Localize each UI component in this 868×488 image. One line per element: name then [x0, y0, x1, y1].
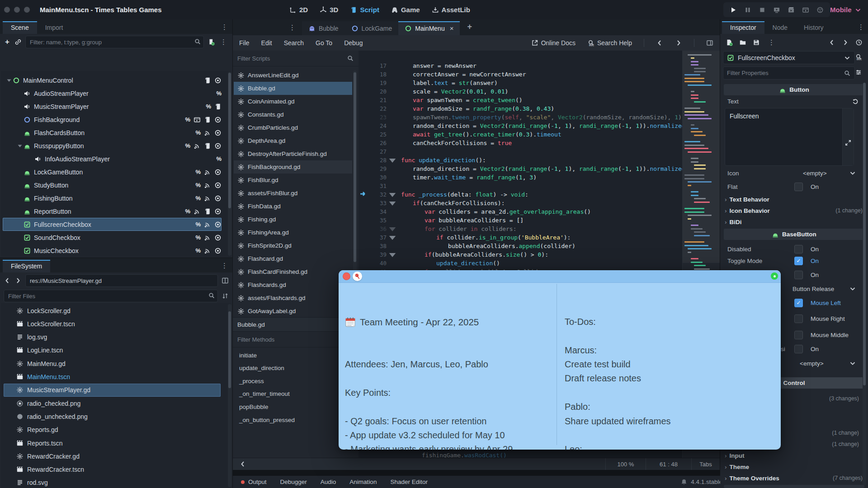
visibility-icon[interactable] [214, 182, 222, 189]
visibility-icon[interactable] [214, 129, 222, 136]
visibility-icon[interactable] [214, 77, 222, 84]
file-radio_unchecked.png[interactable]: radio_unchecked.png [4, 410, 221, 423]
open-script-icon[interactable] [214, 103, 222, 110]
split-view-icon[interactable] [222, 277, 229, 284]
menu-debug[interactable]: Debug [344, 39, 363, 47]
shortcut-value[interactable]: <empty> [800, 360, 824, 367]
file-rod.svg[interactable]: rod.svg [4, 476, 221, 488]
script-history-forward-icon[interactable] [675, 39, 682, 47]
dock-menu-icon[interactable]: ⋮ [219, 23, 230, 31]
visibility-icon[interactable] [214, 208, 222, 215]
new-note-icon[interactable] [771, 272, 778, 280]
movie-maker-button-icon[interactable] [802, 6, 809, 14]
attach-script-icon[interactable] [208, 38, 215, 46]
visibility-icon[interactable] [214, 195, 222, 202]
note-left-column[interactable]: Team Meeting - Apr 22, 2025 Attendees: J… [345, 286, 553, 446]
scene-node-LockGameButton[interactable]: LockGameButton% [3, 165, 222, 178]
script-item-FishBlur.gd[interactable]: FishBlur.gd [234, 174, 352, 187]
fold-icon[interactable] [387, 197, 398, 209]
scene-node-MusicStreamPlayer[interactable]: MusicStreamPlayer% [3, 100, 222, 113]
scene-node-FishingButton[interactable]: FishingButton% [3, 192, 222, 205]
scene-node-ReportButton[interactable]: ReportButton% [3, 205, 222, 218]
toggle-scripts-panel-icon[interactable] [706, 39, 713, 47]
resource-menu-icon[interactable]: ⋮ [766, 38, 777, 47]
scene-node-SoundCheckbox[interactable]: SoundCheckbox% [3, 231, 222, 244]
group-text-behavior[interactable]: ›Text Behavior [725, 194, 863, 205]
save-resource-icon[interactable] [753, 39, 760, 46]
file-RewardCracker.tscn[interactable]: RewardCracker.tscn [4, 463, 221, 476]
pressed-checkbox[interactable] [794, 271, 803, 279]
workspace-tab-script[interactable]: Script [350, 6, 379, 14]
group-input[interactable]: ›Input [725, 450, 863, 461]
open-script-icon[interactable] [204, 208, 211, 215]
new-tab-button[interactable]: + [467, 22, 472, 32]
visibility-icon[interactable] [214, 221, 222, 228]
script-item-FishBackground.gd[interactable]: FishBackground.gd [234, 160, 352, 174]
scene-node-MusicCheckbox[interactable]: MusicCheckbox% [3, 244, 222, 257]
script-item-AnswerLineEdit.gd[interactable]: AnswerLineEdit.gd [234, 69, 352, 82]
visibility-icon[interactable] [214, 142, 222, 150]
workspace-tab-2d[interactable]: 2D [289, 6, 308, 14]
new-resource-icon[interactable] [726, 39, 733, 46]
script-item-FishData.gd[interactable]: FishData.gd [234, 200, 352, 213]
signal-icon[interactable] [204, 182, 211, 189]
toggle-mode-checkbox[interactable]: ✓ [794, 257, 803, 265]
signal-icon[interactable] [193, 208, 201, 215]
history-icon[interactable] [855, 39, 863, 46]
scene-node-RusspuppyButton[interactable]: RusspuppyButton% [3, 139, 222, 152]
scene-node-FishBackground[interactable]: FishBackground% [3, 113, 222, 126]
bottom-tab-debugger[interactable]: Debugger [280, 479, 307, 485]
signal-icon[interactable] [204, 247, 211, 254]
visibility-icon[interactable] [214, 234, 222, 241]
instance-scene-icon[interactable] [14, 38, 22, 46]
flat-checkbox[interactable] [794, 183, 803, 191]
bottom-tab-audio[interactable]: Audio [321, 479, 336, 485]
workspace-tab-3d[interactable]: 3D [320, 6, 338, 14]
sticky-note-window[interactable]: Team Meeting - Apr 22, 2025 Attendees: J… [339, 270, 781, 450]
sticky-note-titlebar[interactable] [339, 270, 781, 283]
pin-icon[interactable] [353, 272, 362, 281]
file-Reports.tscn[interactable]: Reports.tscn [4, 436, 221, 450]
file-LockScroller.tscn[interactable]: LockScroller.tscn [4, 317, 221, 330]
traffic-light-icon[interactable] [4, 7, 10, 13]
file-log.svg[interactable]: log.svg [4, 331, 221, 344]
signal-icon[interactable] [204, 169, 211, 176]
group-theme-overrides[interactable]: ›Theme Overrides(7 changes) [725, 473, 863, 483]
script-item-CrumbParticles.gd[interactable]: CrumbParticles.gd [234, 121, 352, 134]
tab-import[interactable]: Import [37, 21, 71, 34]
tab-scene[interactable]: Scene [3, 21, 37, 34]
script-item-Flashcard.gd[interactable]: Flashcard.gd [234, 252, 352, 265]
script-item-assets/FishBlur.gd[interactable]: assets/FishBlur.gd [234, 187, 352, 200]
script-item-FishSprite2D.gd[interactable]: FishSprite2D.gd [234, 239, 352, 252]
note-right-column[interactable]: To-Dos:Marcus:Create test buildDraft rel… [565, 286, 777, 446]
scene-filter-input[interactable] [25, 36, 204, 48]
close-icon[interactable]: × [450, 24, 454, 32]
sort-files-icon[interactable] [222, 292, 229, 300]
dock-menu-icon[interactable]: ⋮ [219, 262, 230, 270]
section-basebutton[interactable]: BaseButton [724, 229, 864, 240]
scene-tree-scrollbar[interactable] [228, 72, 231, 256]
open-script-icon[interactable] [204, 142, 211, 150]
history-forward-icon[interactable] [842, 39, 849, 46]
script-item-assets/Flashcards.gd[interactable]: assets/Flashcards.gd [234, 291, 352, 305]
chevron-down-icon[interactable] [849, 285, 856, 292]
bottom-tab-shader-editor[interactable]: Shader Editor [390, 479, 428, 485]
mouse-middle-checkbox[interactable] [794, 331, 803, 339]
script-item-FlashCardFinished.gd[interactable]: FlashCardFinished.gd [234, 265, 352, 278]
tab-inspector[interactable]: Inspector [722, 21, 764, 34]
script-item-GotAwayLabel.gd[interactable]: GotAwayLabel.gd [234, 305, 352, 318]
tab-filesystem[interactable]: FileSystem [3, 260, 50, 272]
stop-button-icon[interactable] [759, 6, 766, 14]
file-LogLine.tscn[interactable]: LogLine.tscn [4, 344, 221, 357]
scene-node-MainMenuControl[interactable]: MainMenuControl [3, 74, 222, 87]
mouse-right-checkbox[interactable] [794, 314, 803, 323]
link-search-help[interactable]: DOCSearch Help [587, 39, 632, 47]
tab-node[interactable]: Node [764, 21, 796, 34]
file-RewardCracker.gd[interactable]: RewardCracker.gd [4, 450, 221, 463]
zoom-level[interactable]: 100 % [606, 461, 646, 468]
file-radio_checked.png[interactable]: radio_checked.png [4, 397, 221, 410]
renderer-button-icon[interactable] [816, 6, 824, 14]
history-back-icon[interactable] [828, 39, 835, 46]
bottom-tab-output[interactable]: Output [248, 479, 267, 485]
icon-value[interactable]: <empty> [803, 170, 827, 177]
